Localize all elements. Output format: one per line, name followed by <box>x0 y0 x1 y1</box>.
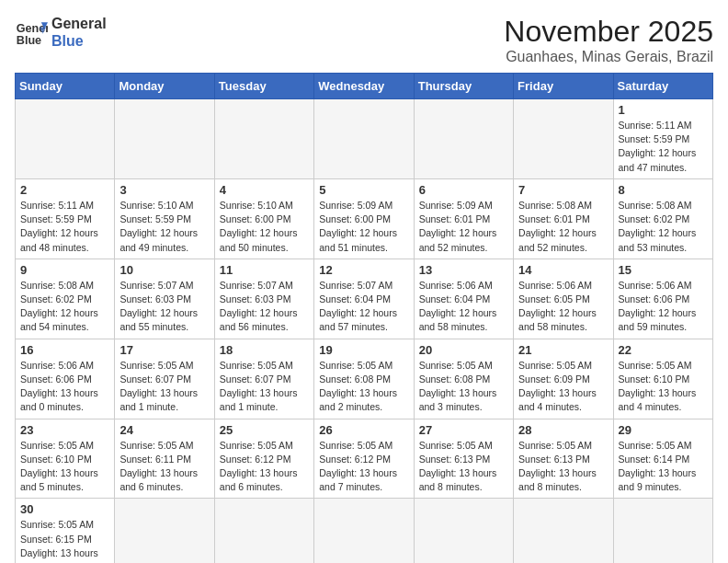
day-number: 6 <box>419 183 508 197</box>
day-number: 26 <box>319 423 408 437</box>
calendar-cell: 22Sunrise: 5:05 AM Sunset: 6:10 PM Dayli… <box>613 339 712 419</box>
calendar-cell: 21Sunrise: 5:05 AM Sunset: 6:09 PM Dayli… <box>514 339 613 419</box>
weekday-header: Sunday <box>16 74 115 99</box>
calendar-cell: 16Sunrise: 5:06 AM Sunset: 6:06 PM Dayli… <box>16 339 115 419</box>
calendar-cell: 29Sunrise: 5:05 AM Sunset: 6:14 PM Dayli… <box>613 419 712 499</box>
calendar-cell <box>214 99 313 179</box>
calendar-week-row: 2Sunrise: 5:11 AM Sunset: 5:59 PM Daylig… <box>16 178 713 259</box>
calendar-cell: 15Sunrise: 5:06 AM Sunset: 6:06 PM Dayli… <box>613 259 712 339</box>
weekday-header-row: SundayMondayTuesdayWednesdayThursdayFrid… <box>16 74 713 99</box>
page-header: General Blue General Blue November 2025 … <box>15 15 713 65</box>
calendar-cell: 10Sunrise: 5:07 AM Sunset: 6:03 PM Dayli… <box>115 259 214 339</box>
day-info: Sunrise: 5:11 AM Sunset: 5:59 PM Dayligh… <box>619 119 708 175</box>
calendar-cell: 12Sunrise: 5:07 AM Sunset: 6:04 PM Dayli… <box>314 259 414 339</box>
calendar-cell: 26Sunrise: 5:05 AM Sunset: 6:12 PM Dayli… <box>314 419 414 499</box>
day-info: Sunrise: 5:05 AM Sunset: 6:10 PM Dayligh… <box>619 359 708 415</box>
month-title: November 2025 <box>504 15 713 49</box>
day-info: Sunrise: 5:08 AM Sunset: 6:02 PM Dayligh… <box>619 199 708 255</box>
day-number: 25 <box>220 423 309 437</box>
day-info: Sunrise: 5:06 AM Sunset: 6:06 PM Dayligh… <box>20 359 109 415</box>
calendar-cell: 5Sunrise: 5:09 AM Sunset: 6:00 PM Daylig… <box>314 178 414 259</box>
day-info: Sunrise: 5:08 AM Sunset: 6:02 PM Dayligh… <box>20 279 109 335</box>
day-number: 20 <box>419 343 508 357</box>
day-number: 23 <box>20 423 109 437</box>
day-info: Sunrise: 5:07 AM Sunset: 6:03 PM Dayligh… <box>119 279 209 335</box>
calendar-cell: 4Sunrise: 5:10 AM Sunset: 6:00 PM Daylig… <box>214 178 313 259</box>
day-info: Sunrise: 5:05 AM Sunset: 6:14 PM Dayligh… <box>619 439 708 495</box>
day-number: 8 <box>619 183 708 197</box>
day-info: Sunrise: 5:07 AM Sunset: 6:04 PM Dayligh… <box>319 279 408 335</box>
title-section: November 2025 Guanhaes, Minas Gerais, Br… <box>504 15 713 65</box>
weekday-header: Thursday <box>414 74 513 99</box>
weekday-header: Friday <box>514 74 613 99</box>
calendar-cell <box>414 499 513 563</box>
day-number: 15 <box>619 263 708 277</box>
day-info: Sunrise: 5:05 AM Sunset: 6:08 PM Dayligh… <box>419 359 508 415</box>
calendar-cell: 20Sunrise: 5:05 AM Sunset: 6:08 PM Dayli… <box>414 339 513 419</box>
calendar-cell <box>514 99 613 179</box>
calendar-cell: 13Sunrise: 5:06 AM Sunset: 6:04 PM Dayli… <box>414 259 513 339</box>
day-info: Sunrise: 5:05 AM Sunset: 6:09 PM Dayligh… <box>518 359 608 415</box>
calendar-week-row: 23Sunrise: 5:05 AM Sunset: 6:10 PM Dayli… <box>16 419 713 499</box>
day-info: Sunrise: 5:05 AM Sunset: 6:13 PM Dayligh… <box>419 439 508 495</box>
calendar-cell <box>314 499 414 563</box>
calendar-cell: 30Sunrise: 5:05 AM Sunset: 6:15 PM Dayli… <box>16 499 115 563</box>
calendar-cell: 3Sunrise: 5:10 AM Sunset: 5:59 PM Daylig… <box>115 178 214 259</box>
calendar-cell <box>414 99 513 179</box>
day-number: 28 <box>518 423 608 437</box>
calendar-week-row: 1Sunrise: 5:11 AM Sunset: 5:59 PM Daylig… <box>16 99 713 179</box>
day-info: Sunrise: 5:05 AM Sunset: 6:13 PM Dayligh… <box>518 439 608 495</box>
day-number: 9 <box>20 263 109 277</box>
day-number: 5 <box>319 183 408 197</box>
day-number: 1 <box>619 103 708 117</box>
calendar-cell: 6Sunrise: 5:09 AM Sunset: 6:01 PM Daylig… <box>414 178 513 259</box>
calendar-cell: 11Sunrise: 5:07 AM Sunset: 6:03 PM Dayli… <box>214 259 313 339</box>
day-info: Sunrise: 5:06 AM Sunset: 6:04 PM Dayligh… <box>419 279 508 335</box>
day-info: Sunrise: 5:05 AM Sunset: 6:07 PM Dayligh… <box>220 359 309 415</box>
logo: General Blue General Blue <box>15 15 107 50</box>
calendar-cell: 18Sunrise: 5:05 AM Sunset: 6:07 PM Dayli… <box>214 339 313 419</box>
calendar-cell: 2Sunrise: 5:11 AM Sunset: 5:59 PM Daylig… <box>16 178 115 259</box>
day-number: 12 <box>319 263 408 277</box>
calendar-cell <box>514 499 613 563</box>
day-info: Sunrise: 5:10 AM Sunset: 5:59 PM Dayligh… <box>119 199 209 255</box>
day-number: 19 <box>319 343 408 357</box>
calendar-week-row: 9Sunrise: 5:08 AM Sunset: 6:02 PM Daylig… <box>16 259 713 339</box>
day-info: Sunrise: 5:05 AM Sunset: 6:12 PM Dayligh… <box>220 439 309 495</box>
day-info: Sunrise: 5:06 AM Sunset: 6:05 PM Dayligh… <box>518 279 608 335</box>
day-info: Sunrise: 5:05 AM Sunset: 6:07 PM Dayligh… <box>119 359 209 415</box>
day-number: 29 <box>619 423 708 437</box>
weekday-header: Tuesday <box>214 74 313 99</box>
day-number: 7 <box>518 183 608 197</box>
calendar-cell: 19Sunrise: 5:05 AM Sunset: 6:08 PM Dayli… <box>314 339 414 419</box>
calendar-cell: 8Sunrise: 5:08 AM Sunset: 6:02 PM Daylig… <box>613 178 712 259</box>
day-number: 4 <box>220 183 309 197</box>
calendar-cell <box>613 499 712 563</box>
day-number: 11 <box>220 263 309 277</box>
calendar-week-row: 30Sunrise: 5:05 AM Sunset: 6:15 PM Dayli… <box>16 499 713 563</box>
calendar-cell: 9Sunrise: 5:08 AM Sunset: 6:02 PM Daylig… <box>16 259 115 339</box>
calendar-cell <box>115 499 214 563</box>
day-info: Sunrise: 5:05 AM Sunset: 6:12 PM Dayligh… <box>319 439 408 495</box>
logo-icon: General Blue <box>15 16 48 49</box>
day-info: Sunrise: 5:08 AM Sunset: 6:01 PM Dayligh… <box>518 199 608 255</box>
calendar-cell: 28Sunrise: 5:05 AM Sunset: 6:13 PM Dayli… <box>514 419 613 499</box>
day-number: 10 <box>119 263 209 277</box>
calendar-cell: 24Sunrise: 5:05 AM Sunset: 6:11 PM Dayli… <box>115 419 214 499</box>
day-number: 21 <box>518 343 608 357</box>
calendar-cell: 25Sunrise: 5:05 AM Sunset: 6:12 PM Dayli… <box>214 419 313 499</box>
logo-blue: Blue <box>51 32 107 50</box>
calendar: SundayMondayTuesdayWednesdayThursdayFrid… <box>15 73 713 563</box>
logo-general: General <box>51 15 107 32</box>
day-number: 24 <box>119 423 209 437</box>
calendar-cell: 17Sunrise: 5:05 AM Sunset: 6:07 PM Dayli… <box>115 339 214 419</box>
day-info: Sunrise: 5:07 AM Sunset: 6:03 PM Dayligh… <box>220 279 309 335</box>
day-number: 30 <box>20 502 109 516</box>
weekday-header: Wednesday <box>314 74 414 99</box>
day-info: Sunrise: 5:11 AM Sunset: 5:59 PM Dayligh… <box>20 199 109 255</box>
calendar-cell <box>214 499 313 563</box>
day-info: Sunrise: 5:05 AM Sunset: 6:11 PM Dayligh… <box>119 439 209 495</box>
calendar-cell <box>314 99 414 179</box>
day-number: 17 <box>119 343 209 357</box>
day-info: Sunrise: 5:05 AM Sunset: 6:10 PM Dayligh… <box>20 439 109 495</box>
